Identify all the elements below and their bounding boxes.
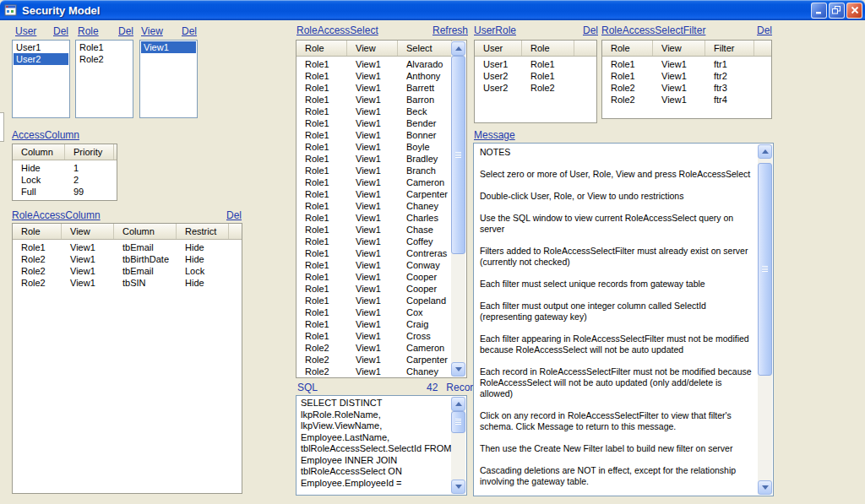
table-row[interactable]: Role2View1Carpenter [296, 354, 452, 366]
message-textbox[interactable]: NOTESSelect zero or more of User, Role, … [473, 143, 774, 496]
table-row[interactable]: Role1View1Bradley [296, 153, 452, 165]
sql-textbox[interactable]: SELECT DISTINCTlkpRole.RoleName,lkpView.… [296, 395, 467, 496]
table-row[interactable]: User1Role1 [475, 58, 596, 70]
table-row[interactable]: User2Role2 [475, 82, 596, 94]
column-header[interactable]: View [653, 41, 705, 56]
role-access-select-filter-del-link[interactable]: Del [757, 24, 772, 36]
view-del-link[interactable]: Del [182, 25, 197, 37]
table-row[interactable]: Role1View1Charles [296, 212, 452, 224]
sql-link[interactable]: SQL [297, 382, 318, 393]
user-role-link[interactable]: UserRole [474, 24, 516, 36]
table-row[interactable]: Hide1 [13, 162, 117, 174]
close-button[interactable] [846, 3, 862, 19]
table-row[interactable]: Role2View1Chaney [296, 366, 452, 377]
message-scrollbar[interactable] [758, 144, 772, 495]
table-row[interactable]: Role1View1Cooper [296, 271, 452, 283]
table-row[interactable]: Role1View1Boyle [296, 141, 452, 153]
list-item[interactable]: View1 [141, 41, 196, 53]
scroll-down-button[interactable] [758, 480, 772, 495]
table-row[interactable]: Role1View1Cox [296, 306, 452, 318]
view-link[interactable]: View [141, 25, 163, 37]
table-row[interactable]: Lock2 [13, 174, 117, 186]
view-listbox[interactable]: View1 [139, 40, 198, 118]
table-row[interactable]: Role1View1Barron [296, 94, 452, 106]
table-row[interactable]: Role2View1tbBirthDateHide [13, 253, 242, 265]
sql-scrollbar[interactable] [451, 397, 465, 494]
scroll-down-button[interactable] [451, 362, 465, 377]
table-row[interactable]: Role1View1Branch [296, 165, 452, 176]
table-row[interactable]: Role1View1Alvarado [296, 58, 452, 70]
column-header[interactable]: View [62, 224, 114, 239]
table-row[interactable]: Role2View1Cameron [296, 342, 452, 354]
scroll-up-button[interactable] [451, 397, 465, 411]
table-row[interactable]: Role1View1tbEmailHide [13, 241, 242, 253]
role-access-select-scrollbar[interactable] [451, 41, 465, 377]
scroll-thumb[interactable] [758, 163, 772, 376]
role-access-column-link[interactable]: RoleAccessColumn [12, 209, 101, 221]
role-del-link[interactable]: Del [118, 25, 133, 37]
table-row[interactable]: Role2View1tbEmailLock [13, 265, 242, 277]
list-item[interactable]: Role1 [77, 41, 132, 53]
column-header[interactable]: Role [522, 41, 574, 56]
list-item[interactable]: User1 [14, 41, 68, 53]
table-row[interactable]: Role1View1Conway [296, 259, 452, 271]
table-row[interactable]: Role1View1Bender [296, 117, 452, 129]
scroll-up-button[interactable] [758, 144, 772, 159]
table-row[interactable]: Role1View1Bonner [296, 129, 452, 141]
role-access-select-filter-link[interactable]: RoleAccessSelectFilter [601, 24, 705, 36]
table-row[interactable]: Role1View1Carpenter [296, 188, 452, 200]
column-header[interactable]: Role [296, 41, 347, 56]
table-row[interactable]: Role1View1Cooper [296, 283, 452, 295]
column-header[interactable]: Role [13, 224, 62, 239]
access-column-link[interactable]: AccessColumn [12, 129, 79, 141]
table-row[interactable]: Role1View1Chaney [296, 200, 452, 212]
user-role-del-link[interactable]: Del [583, 24, 598, 36]
scroll-up-button[interactable] [451, 41, 465, 56]
user-link[interactable]: User [15, 25, 36, 37]
table-row[interactable]: User2Role1 [475, 70, 596, 82]
scroll-thumb[interactable] [451, 411, 465, 433]
table-row[interactable]: Role2View1tbSINHide [13, 277, 242, 289]
role-access-column-del-link[interactable]: Del [226, 209, 242, 221]
list-item[interactable]: User2 [14, 53, 68, 65]
restore-button[interactable] [829, 3, 845, 19]
scroll-down-button[interactable] [451, 480, 465, 494]
column-header[interactable]: Role [602, 41, 653, 56]
column-header[interactable]: Priority [65, 144, 114, 160]
role-link[interactable]: Role [78, 25, 99, 37]
message-link[interactable]: Message [474, 129, 515, 141]
minimize-button[interactable] [811, 3, 827, 19]
table-row[interactable]: Role1View1Craig [296, 318, 452, 330]
column-header[interactable]: Restrict [177, 224, 229, 239]
refresh-link[interactable]: Refresh [432, 24, 468, 36]
table-row[interactable]: Full99 [13, 186, 117, 198]
table-row[interactable]: Role1View1Chase [296, 224, 452, 236]
table-row[interactable]: Role1View1ftr2 [602, 70, 771, 82]
table-row[interactable]: Role1View1Anthony [296, 70, 452, 82]
table-row[interactable]: Role1View1Cross [296, 330, 452, 342]
table-row[interactable]: Role1View1Beck [296, 106, 452, 117]
role-access-select-link[interactable]: RoleAccessSelect [296, 24, 378, 36]
column-header[interactable]: Select [398, 41, 452, 56]
column-header[interactable]: View [347, 41, 398, 56]
table-row[interactable]: Role1View1Cameron [296, 176, 452, 188]
user-del-link[interactable]: Del [53, 25, 68, 37]
scroll-track[interactable] [451, 56, 465, 362]
list-item[interactable]: Role2 [77, 53, 132, 65]
column-header[interactable]: Column [13, 144, 65, 160]
user-listbox[interactable]: User1User2 [12, 40, 70, 118]
table-row[interactable]: Role1View1Barrett [296, 82, 452, 94]
table-row[interactable]: Role1View1Copeland [296, 295, 452, 306]
column-header[interactable]: User [475, 41, 522, 56]
scroll-track[interactable] [758, 159, 772, 480]
table-row[interactable]: Role1View1Coffey [296, 236, 452, 247]
table-row[interactable]: Role2View1ftr3 [602, 82, 771, 94]
scroll-thumb[interactable] [451, 56, 465, 254]
scroll-track[interactable] [451, 411, 465, 480]
table-row[interactable]: Role2View1ftr4 [602, 94, 771, 106]
column-header[interactable]: Filter [705, 41, 754, 56]
column-header[interactable]: Column [114, 224, 177, 239]
table-row[interactable]: Role1View1Contreras [296, 247, 452, 259]
role-listbox[interactable]: Role1Role2 [75, 40, 133, 118]
table-row[interactable]: Role1View1ftr1 [602, 58, 771, 70]
